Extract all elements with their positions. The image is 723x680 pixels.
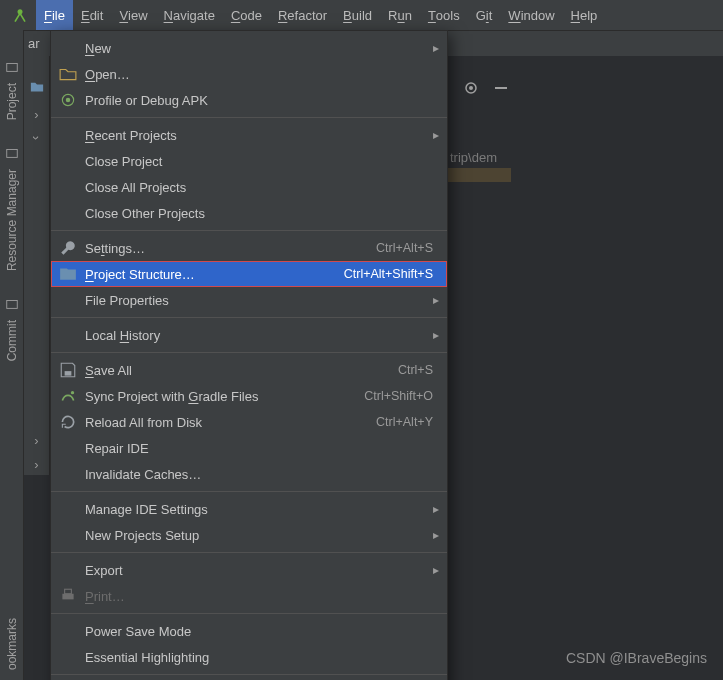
toolwindow-label: Commit <box>5 316 19 365</box>
menu-item-print: Print… <box>51 583 447 609</box>
menu-item-label: Reload All from Disk <box>85 415 368 430</box>
menu-item-label: Open… <box>85 67 433 82</box>
gear-icon[interactable] <box>463 80 479 99</box>
highlight-bar <box>445 168 511 182</box>
menubar-item-view[interactable]: View <box>111 0 155 30</box>
project-tree-gutter: › › › › <box>24 56 50 475</box>
menu-item-repair-ide[interactable]: Repair IDE <box>51 435 447 461</box>
svg-rect-4 <box>6 301 17 309</box>
menubar-item-tools[interactable]: Tools <box>420 0 468 30</box>
left-tool-rail: ProjectResource ManagerCommitookmarks <box>0 30 24 680</box>
menu-item-label: Settings… <box>85 241 368 256</box>
tree-expand-right[interactable]: › <box>26 103 48 125</box>
menu-item-close-project[interactable]: Close Project <box>51 148 447 174</box>
folder-icon <box>5 60 19 77</box>
svg-rect-3 <box>6 150 17 158</box>
svg-rect-10 <box>65 589 72 594</box>
menubar-item-file[interactable]: File <box>36 0 73 30</box>
menubar-item-refactor[interactable]: Refactor <box>270 0 335 30</box>
gradle-icon <box>59 387 77 405</box>
toolwindow-resource-manager[interactable]: Resource Manager <box>0 146 24 281</box>
chevron-right-icon: ▸ <box>433 293 439 307</box>
menu-separator <box>51 352 447 353</box>
open-icon <box>59 65 77 83</box>
menu-shortcut: Ctrl+Alt+Y <box>376 415 433 429</box>
reload-icon <box>59 413 77 431</box>
menubar-item-build[interactable]: Build <box>335 0 380 30</box>
chevron-right-icon: ▸ <box>433 563 439 577</box>
menu-item-close-all-projects[interactable]: Close All Projects <box>51 174 447 200</box>
menu-item-export[interactable]: Export▸ <box>51 557 447 583</box>
file-menu-dropdown: New▸Open…Profile or Debug APKRecent Proj… <box>50 30 448 680</box>
menu-item-label: Essential Highlighting <box>85 650 433 665</box>
menu-item-essential-highlighting[interactable]: Essential Highlighting <box>51 644 447 670</box>
menu-separator <box>51 674 447 675</box>
menubar-item-window[interactable]: Window <box>500 0 562 30</box>
menu-shortcut: Ctrl+Shift+O <box>364 389 433 403</box>
toolwindow-ookmarks[interactable]: ookmarks <box>0 614 24 680</box>
menubar-item-code[interactable]: Code <box>223 0 270 30</box>
menu-item-file-properties[interactable]: File Properties▸ <box>51 287 447 313</box>
toolwindow-project[interactable]: Project <box>0 60 24 130</box>
chevron-right-icon: ▸ <box>433 128 439 142</box>
menu-item-close-other-projects[interactable]: Close Other Projects <box>51 200 447 226</box>
chevron-right-icon: ▸ <box>433 328 439 342</box>
structure-icon <box>59 265 77 283</box>
folder-icon <box>30 80 44 97</box>
toolwindow-label: Project <box>5 79 19 124</box>
menu-shortcut: Ctrl+S <box>398 363 433 377</box>
svg-point-6 <box>66 98 71 103</box>
menu-item-label: Invalidate Caches… <box>85 467 433 482</box>
tree-expand-down[interactable]: › <box>26 127 48 149</box>
menu-item-save-all[interactable]: Save AllCtrl+S <box>51 357 447 383</box>
menu-item-open[interactable]: Open… <box>51 61 447 87</box>
menu-item-local-history[interactable]: Local History▸ <box>51 322 447 348</box>
minimize-icon[interactable] <box>493 80 509 99</box>
menu-item-label: New Projects Setup <box>85 528 433 543</box>
tree-expand-right[interactable]: › <box>26 453 48 475</box>
menu-item-settings[interactable]: Settings…Ctrl+Alt+S <box>51 235 447 261</box>
menu-item-label: Project Structure… <box>85 267 336 282</box>
menu-item-label: Repair IDE <box>85 441 433 456</box>
menubar-item-git[interactable]: Git <box>468 0 501 30</box>
menu-item-label: Export <box>85 563 433 578</box>
menubar-item-help[interactable]: Help <box>563 0 606 30</box>
menubar-item-navigate[interactable]: Navigate <box>156 0 223 30</box>
svg-rect-7 <box>65 371 72 376</box>
menu-item-label: Local History <box>85 328 433 343</box>
menubar-item-run[interactable]: Run <box>380 0 420 30</box>
menu-item-label: Close Other Projects <box>85 206 433 221</box>
panel-toolbar <box>463 80 509 99</box>
menu-item-project-structure[interactable]: Project Structure…Ctrl+Alt+Shift+S <box>51 261 447 287</box>
wrench-icon <box>59 239 77 257</box>
menu-item-label: File Properties <box>85 293 433 308</box>
svg-rect-9 <box>62 594 73 600</box>
menu-item-label: Save All <box>85 363 390 378</box>
menu-item-reload-all-from-disk[interactable]: Reload All from DiskCtrl+Alt+Y <box>51 409 447 435</box>
menubar: FileEditViewNavigateCodeRefactorBuildRun… <box>0 0 723 30</box>
watermark-text: CSDN @IBraveBegins <box>566 650 707 666</box>
menu-item-invalidate-caches[interactable]: Invalidate Caches… <box>51 461 447 487</box>
svg-point-8 <box>71 391 74 394</box>
menu-item-label: Close Project <box>85 154 433 169</box>
menu-item-profile-or-debug-apk[interactable]: Profile or Debug APK <box>51 87 447 113</box>
menubar-item-edit[interactable]: Edit <box>73 0 111 30</box>
menu-item-new-projects-setup[interactable]: New Projects Setup▸ <box>51 522 447 548</box>
menu-item-manage-ide-settings[interactable]: Manage IDE Settings▸ <box>51 496 447 522</box>
toolwindow-commit[interactable]: Commit <box>0 297 24 371</box>
menu-item-label: Sync Project with Gradle Files <box>85 389 356 404</box>
save-icon <box>59 361 77 379</box>
menu-separator <box>51 117 447 118</box>
menu-item-power-save-mode[interactable]: Power Save Mode <box>51 618 447 644</box>
menu-item-recent-projects[interactable]: Recent Projects▸ <box>51 122 447 148</box>
menu-item-new[interactable]: New▸ <box>51 35 447 61</box>
menu-shortcut: Ctrl+Alt+S <box>376 241 433 255</box>
path-fragment: trip\dem <box>450 150 497 165</box>
tree-expand-right[interactable]: › <box>26 429 48 451</box>
menu-item-sync-project-with-gradle-files[interactable]: Sync Project with Gradle FilesCtrl+Shift… <box>51 383 447 409</box>
svg-point-12 <box>469 86 473 90</box>
svg-rect-2 <box>6 64 17 72</box>
toolwindow-label: ookmarks <box>5 614 19 674</box>
menu-separator <box>51 552 447 553</box>
menu-item-label: Print… <box>85 589 433 604</box>
